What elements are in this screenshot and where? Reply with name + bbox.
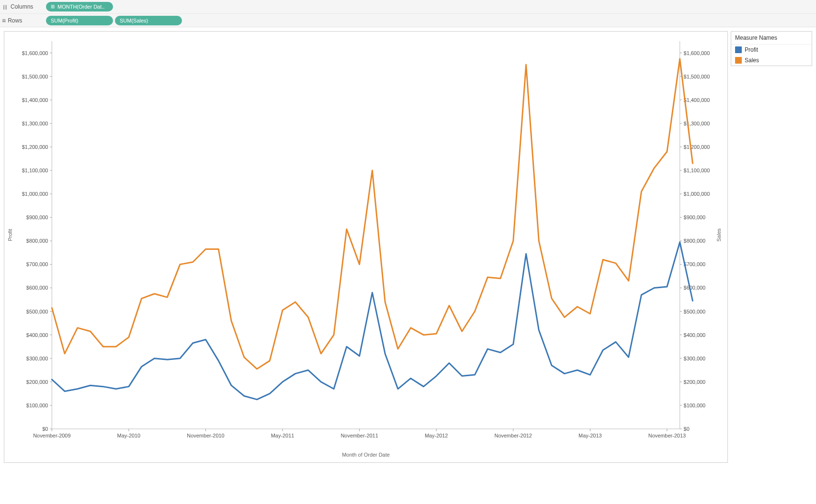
y2-tick-label: $600,000 bbox=[684, 285, 706, 291]
x-tick-label: November-2013 bbox=[648, 433, 686, 438]
x-tick-label: May-2012 bbox=[425, 433, 448, 438]
x-tick-label: November-2011 bbox=[340, 433, 378, 438]
legend-swatch bbox=[735, 46, 742, 53]
y-tick-label: $600,000 bbox=[26, 285, 48, 291]
y-tick-label: $1,200,000 bbox=[22, 144, 48, 150]
y2-tick-label: $1,400,000 bbox=[684, 97, 710, 103]
y2-tick-label: $1,200,000 bbox=[684, 144, 710, 150]
y1-axis-title: Profit bbox=[7, 229, 13, 241]
pill[interactable]: SUM(Profit) bbox=[46, 16, 113, 25]
x-axis-title: Month of Order Date bbox=[342, 452, 390, 458]
columns-shelf-text: Columns bbox=[11, 3, 33, 10]
rows-shelf[interactable]: ≡ Rows SUM(Profit)SUM(Sales) bbox=[0, 13, 816, 27]
main-area: $0$0$100,000$100,000$200,000$200,000$300… bbox=[0, 27, 816, 467]
series-sales[interactable] bbox=[52, 59, 692, 369]
pill[interactable]: ⊞MONTH(Order Dat.. bbox=[46, 2, 113, 11]
y-tick-label: $200,000 bbox=[26, 379, 48, 385]
x-tick-label: May-2011 bbox=[271, 433, 295, 438]
rows-shelf-text: Rows bbox=[8, 17, 22, 24]
columns-icon: ⫼ bbox=[2, 3, 9, 11]
x-tick-label: November-2009 bbox=[33, 433, 70, 438]
y2-tick-label: $500,000 bbox=[684, 309, 706, 314]
y-tick-label: $100,000 bbox=[26, 403, 48, 408]
y-tick-label: $1,300,000 bbox=[22, 121, 48, 126]
rows-shelf-label: ≡ Rows bbox=[2, 17, 42, 24]
legend-item[interactable]: Profit bbox=[731, 45, 812, 55]
chart-region[interactable]: $0$0$100,000$100,000$200,000$200,000$300… bbox=[4, 31, 728, 463]
y-tick-label: $400,000 bbox=[26, 332, 48, 338]
y-tick-label: $1,100,000 bbox=[22, 168, 48, 173]
y-tick-label: $1,500,000 bbox=[22, 74, 48, 79]
y2-axis-title: Sales bbox=[716, 228, 722, 242]
x-tick-label: May-2010 bbox=[117, 433, 141, 438]
x-tick-label: November-2012 bbox=[495, 433, 532, 438]
pill-label: SUM(Sales) bbox=[120, 18, 148, 23]
pill-label: MONTH(Order Dat.. bbox=[57, 4, 104, 10]
rows-icon: ≡ bbox=[2, 17, 6, 24]
y2-tick-label: $900,000 bbox=[684, 214, 706, 220]
y-tick-label: $0 bbox=[42, 426, 48, 432]
shelves: ⫼ Columns ⊞MONTH(Order Dat.. ≡ Rows SUM(… bbox=[0, 0, 816, 27]
y-tick-label: $500,000 bbox=[26, 309, 48, 314]
y-tick-label: $1,000,000 bbox=[22, 191, 48, 197]
y2-tick-label: $200,000 bbox=[684, 379, 706, 385]
pill-label: SUM(Profit) bbox=[51, 18, 78, 23]
y-tick-label: $1,600,000 bbox=[22, 50, 48, 56]
y2-tick-label: $800,000 bbox=[684, 238, 706, 244]
columns-pill-container: ⊞MONTH(Order Dat.. bbox=[46, 2, 113, 11]
rows-pill-container: SUM(Profit)SUM(Sales) bbox=[46, 16, 182, 25]
legend-swatch bbox=[735, 57, 742, 64]
y2-tick-label: $300,000 bbox=[684, 356, 706, 361]
legend-label: Profit bbox=[745, 46, 758, 53]
y-tick-label: $1,400,000 bbox=[22, 97, 48, 103]
legend-item[interactable]: Sales bbox=[731, 55, 812, 66]
series-profit[interactable] bbox=[52, 242, 692, 400]
y2-tick-label: $1,600,000 bbox=[684, 50, 710, 56]
y-tick-label: $800,000 bbox=[26, 238, 48, 244]
y-tick-label: $300,000 bbox=[26, 356, 48, 361]
x-tick-label: May-2013 bbox=[578, 433, 602, 438]
columns-shelf[interactable]: ⫼ Columns ⊞MONTH(Order Dat.. bbox=[0, 0, 816, 13]
line-chart: $0$0$100,000$100,000$200,000$200,000$300… bbox=[4, 32, 727, 462]
legend-title: Measure Names bbox=[731, 32, 812, 45]
legend-label: Sales bbox=[745, 57, 759, 64]
legend-panel[interactable]: Measure Names ProfitSales bbox=[731, 31, 812, 66]
pill[interactable]: SUM(Sales) bbox=[115, 16, 182, 25]
x-tick-label: November-2010 bbox=[187, 433, 224, 438]
y2-tick-label: $100,000 bbox=[684, 403, 706, 408]
y2-tick-label: $700,000 bbox=[684, 261, 706, 267]
columns-shelf-label: ⫼ Columns bbox=[2, 3, 42, 11]
y2-tick-label: $0 bbox=[684, 426, 690, 432]
legend-items: ProfitSales bbox=[731, 45, 812, 66]
y2-tick-label: $400,000 bbox=[684, 332, 706, 338]
y2-tick-label: $1,000,000 bbox=[684, 191, 710, 197]
y-tick-label: $900,000 bbox=[26, 214, 48, 220]
y2-tick-label: $1,500,000 bbox=[684, 74, 710, 79]
y2-tick-label: $1,100,000 bbox=[684, 168, 710, 173]
expand-icon: ⊞ bbox=[51, 4, 55, 9]
y-tick-label: $700,000 bbox=[26, 261, 48, 267]
